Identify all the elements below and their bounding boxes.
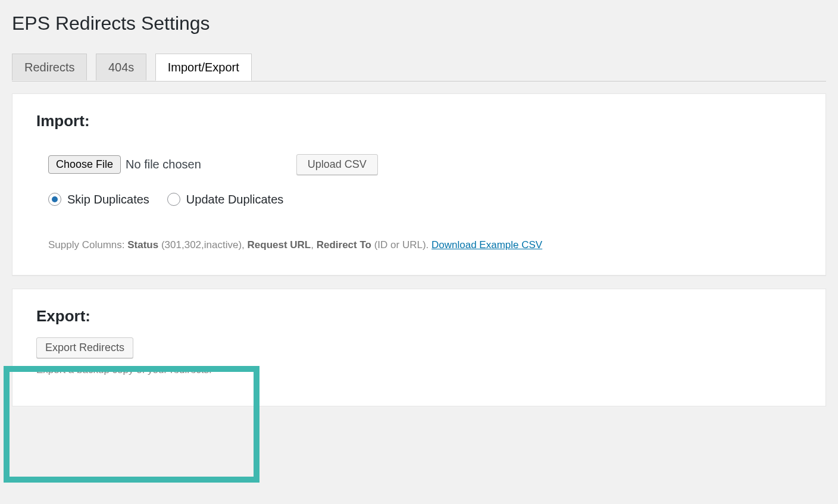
file-upload-row: Choose File No file chosen Upload CSV: [48, 154, 802, 175]
export-heading: Export:: [36, 307, 802, 325]
export-panel: Export: Export Redirects Export a backup…: [12, 289, 826, 406]
hint-status-label: Status: [127, 239, 158, 251]
choose-file-button[interactable]: Choose File: [48, 155, 121, 174]
hint-sep: ,: [311, 239, 316, 251]
import-heading: Import:: [36, 112, 802, 130]
skip-duplicates-label[interactable]: Skip Duplicates: [48, 193, 149, 206]
tab-bar: Redirects 404s Import/Export: [12, 48, 826, 82]
tab-404s[interactable]: 404s: [96, 54, 146, 80]
export-description: Export a backup copy of your redirects.: [36, 364, 802, 376]
tab-import-export[interactable]: Import/Export: [155, 54, 252, 81]
download-example-link[interactable]: Download Example CSV: [431, 239, 542, 251]
update-duplicates-text: Update Duplicates: [186, 193, 283, 206]
upload-csv-button[interactable]: Upload CSV: [296, 154, 378, 175]
export-redirects-button[interactable]: Export Redirects: [36, 337, 133, 358]
hint-status-values: (301,302,inactive),: [158, 239, 247, 251]
import-panel: Import: Choose File No file chosen Uploa…: [12, 93, 826, 276]
tab-redirects[interactable]: Redirects: [12, 54, 87, 80]
skip-duplicates-radio[interactable]: [48, 193, 61, 206]
update-duplicates-radio[interactable]: [167, 193, 180, 206]
duplicate-mode-radios: Skip Duplicates Update Duplicates: [48, 193, 802, 206]
file-status-text: No file chosen: [126, 158, 201, 171]
page-title: EPS Redirects Settings: [12, 6, 826, 48]
hint-redirect-values: (ID or URL).: [371, 239, 431, 251]
columns-hint: Supply Columns: Status (301,302,inactive…: [48, 239, 802, 251]
hint-request-label: Request URL: [248, 239, 311, 251]
hint-prefix: Supply Columns:: [48, 239, 127, 251]
skip-duplicates-text: Skip Duplicates: [67, 193, 149, 206]
hint-redirect-label: Redirect To: [317, 239, 371, 251]
update-duplicates-label[interactable]: Update Duplicates: [167, 193, 283, 206]
